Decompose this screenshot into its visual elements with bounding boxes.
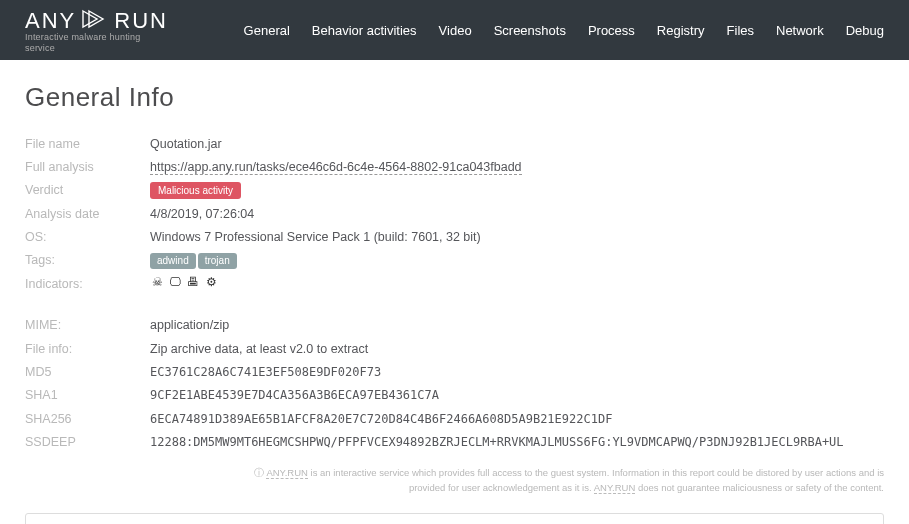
value-ssdeep: 12288:DM5MW9MT6HEGMCSHPWQ/PFPFVCEX94892B…: [150, 433, 844, 452]
indicator-icon-4: ⚙: [204, 275, 218, 289]
label-md5: MD5: [25, 363, 150, 382]
svg-marker-0: [83, 11, 97, 27]
software-env-collapse[interactable]: Software environment set and analysis op…: [25, 513, 884, 524]
nav-screenshots[interactable]: Screenshots: [494, 23, 566, 38]
top-nav: General Behavior activities Video Screen…: [244, 23, 884, 38]
nav-debug[interactable]: Debug: [846, 23, 884, 38]
nav-video[interactable]: Video: [439, 23, 472, 38]
label-os: OS:: [25, 228, 150, 247]
play-icon: [80, 8, 110, 34]
indicator-icon-2: 🖵: [168, 275, 182, 289]
label-mime: MIME:: [25, 316, 150, 335]
nav-registry[interactable]: Registry: [657, 23, 705, 38]
label-filename: File name: [25, 135, 150, 154]
tag-trojan[interactable]: trojan: [198, 253, 237, 269]
brand-run: RUN: [114, 8, 168, 34]
value-mime: application/zip: [150, 316, 229, 335]
brand-tagline: Interactive malware hunting service: [25, 32, 155, 54]
brand-any: ANY: [25, 8, 76, 34]
label-tags: Tags:: [25, 251, 150, 270]
disclaimer-text: ⓘ ANY.RUN is an interactive service whic…: [25, 466, 884, 495]
label-analysisdate: Analysis date: [25, 205, 150, 224]
nav-files[interactable]: Files: [727, 23, 754, 38]
label-indicators: Indicators:: [25, 275, 150, 294]
value-md5: EC3761C28A6C741E3EF508E9DF020F73: [150, 363, 381, 382]
value-sha256: 6ECA74891D389AE65B1AFCF8A20E7C720D84C4B6…: [150, 410, 612, 429]
label-ssdeep: SSDEEP: [25, 433, 150, 452]
nav-general[interactable]: General: [244, 23, 290, 38]
value-filename: Quotation.jar: [150, 135, 222, 154]
page-title: General Info: [25, 82, 884, 113]
value-sha1: 9CF2E1ABE4539E7D4CA356A3B6ECA97EB4361C7A: [150, 386, 439, 405]
label-fullanalysis: Full analysis: [25, 158, 150, 177]
label-sha256: SHA256: [25, 410, 150, 429]
brand-block: ANY RUN Interactive malware hunting serv…: [25, 8, 168, 54]
label-sha1: SHA1: [25, 386, 150, 405]
label-fileinfo: File info:: [25, 340, 150, 359]
nav-network[interactable]: Network: [776, 23, 824, 38]
nav-behavior[interactable]: Behavior activities: [312, 23, 417, 38]
disclaimer-brand-1: ANY.RUN: [266, 467, 308, 479]
label-verdict: Verdict: [25, 181, 150, 200]
info-icon: ⓘ: [254, 467, 266, 478]
indicator-icon-3: 🖶: [186, 275, 200, 289]
disclaimer-brand-2: ANY.RUN: [594, 482, 636, 494]
full-analysis-link[interactable]: https://app.any.run/tasks/ece46c6d-6c4e-…: [150, 160, 522, 175]
tag-adwind[interactable]: adwind: [150, 253, 196, 269]
disclaimer-post: does not guarantee maliciousness or safe…: [635, 482, 884, 493]
nav-process[interactable]: Process: [588, 23, 635, 38]
indicators-icons: ☠ 🖵 🖶 ⚙: [150, 275, 218, 294]
content-area: General Info File nameQuotation.jar Full…: [0, 60, 909, 524]
indicator-icon-1: ☠: [150, 275, 164, 289]
value-analysisdate: 4/8/2019, 07:26:04: [150, 205, 254, 224]
value-fileinfo: Zip archive data, at least v2.0 to extra…: [150, 340, 368, 359]
page-header: ANY RUN Interactive malware hunting serv…: [0, 0, 909, 60]
verdict-badge: Malicious activity: [150, 182, 241, 199]
value-os: Windows 7 Professional Service Pack 1 (b…: [150, 228, 481, 247]
